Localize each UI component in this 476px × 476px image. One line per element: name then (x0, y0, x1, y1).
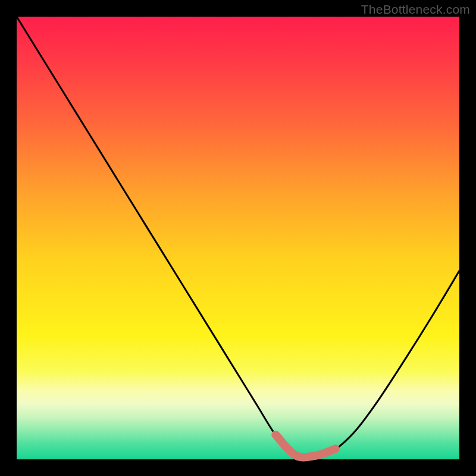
watermark-text: TheBottleneck.com (361, 2, 470, 17)
bottleneck-chart (0, 0, 476, 476)
gradient-background (17, 17, 459, 459)
chart-stage: TheBottleneck.com (0, 0, 476, 476)
